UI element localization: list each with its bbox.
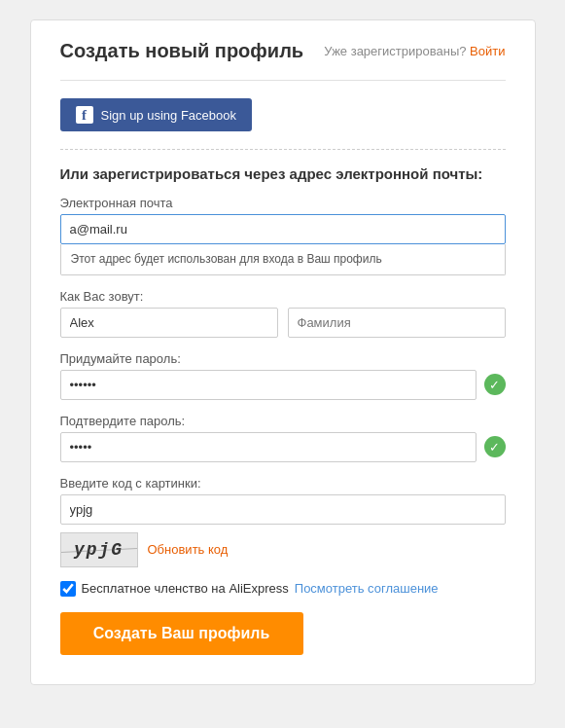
- agreement-checkbox[interactable]: [60, 581, 76, 597]
- login-link[interactable]: Войти: [470, 44, 505, 58]
- already-registered-text: Уже зарегистрированы?: [324, 44, 466, 58]
- card-header: Создать новый профиль Уже зарегистрирова…: [60, 40, 506, 62]
- header-divider: [60, 80, 506, 81]
- email-field-group: Электронная почта Этот адрес будет испол…: [60, 196, 506, 275]
- email-section-title: Или зарегистрироваться через адрес элект…: [60, 165, 506, 182]
- submit-button[interactable]: Создать Ваш профиль: [60, 612, 303, 655]
- captcha-row: ypjG Обновить код: [60, 532, 506, 567]
- captcha-section: Введите код с картинки: ypjG Обновить ко…: [60, 476, 506, 567]
- last-name-input[interactable]: [288, 308, 506, 338]
- page-title: Создать новый профиль: [60, 40, 304, 62]
- agreement-row: Бесплатное членство на AliExpress Посмот…: [60, 581, 506, 597]
- confirm-password-field-group: Подтвердите пароль: ✓: [60, 414, 506, 462]
- facebook-icon: f: [76, 106, 93, 124]
- email-label: Электронная почта: [60, 196, 506, 210]
- first-name-input[interactable]: [60, 308, 278, 338]
- password-label: Придумайте пароль:: [60, 351, 506, 366]
- password-row: ✓: [60, 370, 506, 400]
- email-input[interactable]: [60, 214, 506, 244]
- agreement-text: Бесплатное членство на AliExpress: [82, 581, 289, 596]
- captcha-image: ypjG: [60, 532, 138, 567]
- email-tooltip: Этот адрес будет использован для входа в…: [60, 244, 506, 275]
- name-field-group: Как Вас зовут:: [60, 289, 506, 338]
- captcha-label: Введите код с картинки:: [60, 476, 506, 491]
- confirm-password-row: ✓: [60, 432, 506, 462]
- agreement-link[interactable]: Посмотреть соглашение: [295, 581, 439, 596]
- password-input[interactable]: [60, 370, 477, 400]
- password-valid-icon: ✓: [484, 374, 506, 395]
- registration-card: Создать новый профиль Уже зарегистрирова…: [30, 19, 536, 685]
- refresh-captcha-link[interactable]: Обновить код: [148, 542, 229, 557]
- captcha-input[interactable]: [60, 494, 506, 525]
- login-prompt: Уже зарегистрированы? Войти: [324, 44, 505, 58]
- confirm-valid-icon: ✓: [484, 436, 506, 457]
- name-label: Как Вас зовут:: [60, 289, 506, 304]
- facebook-signup-button[interactable]: f Sign up using Facebook: [60, 98, 252, 131]
- confirm-password-label: Подтвердите пароль:: [60, 414, 506, 428]
- confirm-password-input[interactable]: [60, 432, 477, 462]
- password-field-group: Придумайте пароль: ✓: [60, 351, 506, 400]
- name-row: [60, 308, 506, 338]
- section-divider: [60, 149, 506, 150]
- facebook-button-label: Sign up using Facebook: [101, 108, 236, 123]
